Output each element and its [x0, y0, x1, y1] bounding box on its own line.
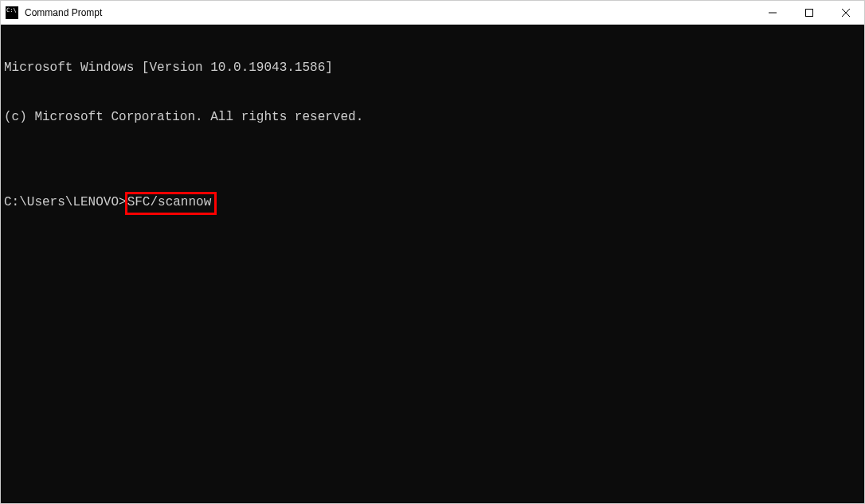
minimize-button[interactable] [754, 1, 791, 24]
close-icon [842, 9, 850, 17]
terminal-area[interactable]: Microsoft Windows [Version 10.0.19043.15… [1, 25, 864, 503]
typed-command: SFC/scannow [127, 195, 212, 209]
prompt-line: C:\Users\LENOVO>SFC/scannow [4, 192, 861, 215]
cmd-icon [6, 6, 18, 19]
titlebar[interactable]: Command Prompt [1, 1, 864, 25]
window-controls [754, 1, 864, 24]
window-title: Command Prompt [25, 7, 754, 18]
version-line: Microsoft Windows [Version 10.0.19043.15… [4, 60, 861, 76]
prompt-path: C:\Users\LENOVO> [4, 194, 127, 211]
maximize-icon [805, 9, 813, 17]
command-prompt-window: Command Prompt Microsoft Windows [Versio [0, 0, 865, 504]
maximize-button[interactable] [791, 1, 828, 24]
svg-rect-1 [806, 9, 813, 16]
copyright-line: (c) Microsoft Corporation. All rights re… [4, 109, 861, 126]
close-button[interactable] [828, 1, 864, 24]
minimize-icon [769, 9, 777, 17]
command-highlight-box: SFC/scannow [125, 192, 217, 215]
